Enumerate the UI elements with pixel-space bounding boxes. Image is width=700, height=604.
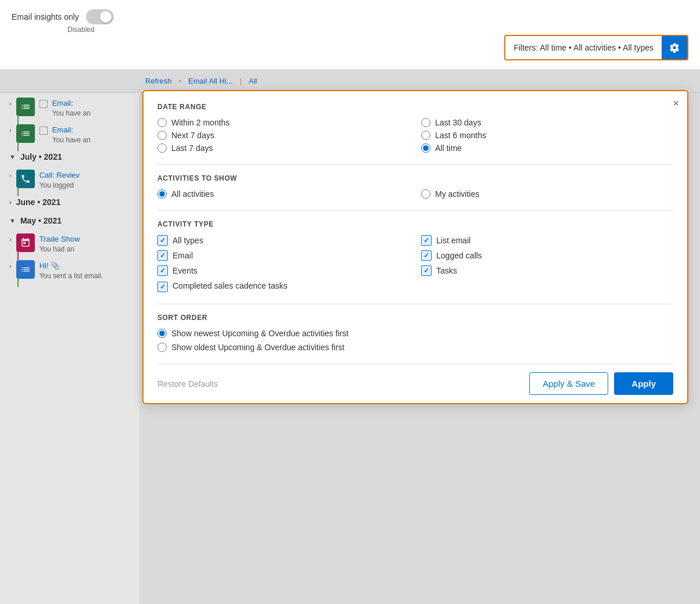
radio-next7days[interactable] (157, 131, 167, 140)
modal-footer: Restore Defaults Apply & Save Apply (157, 364, 673, 403)
radio-alltime[interactable] (421, 143, 430, 153)
checkbox-events[interactable] (157, 265, 168, 276)
sort-radio-col: Show newest Upcoming & Overdue activitie… (157, 329, 673, 352)
label-last6months: Last 6 months (435, 131, 486, 140)
radio-row-last30days: Last 30 days (421, 118, 673, 127)
filter-text: Filters: All time • All activities • All… (505, 38, 662, 57)
separator3 (157, 304, 673, 304)
date-range-title: DATE RANGE (157, 103, 673, 111)
radio-row-within2months: Within 2 months (157, 118, 410, 127)
email-insights-row: Email insights only (12, 9, 688, 24)
separator1 (157, 164, 673, 165)
apply-button[interactable]: Apply (614, 372, 673, 395)
filter-modal: × DATE RANGE Within 2 months Next 7 days… (142, 90, 688, 404)
radio-last30days[interactable] (421, 118, 430, 127)
apply-save-button[interactable]: Apply & Save (529, 372, 608, 395)
checkbox-alltypes[interactable] (157, 235, 168, 246)
filter-bar: Filters: All time • All activities • All… (504, 35, 688, 60)
label-events: Events (173, 266, 198, 275)
radio-oldest[interactable] (157, 343, 167, 352)
checkbox-row-loggedcalls: Logged calls (421, 250, 673, 261)
radio-last6months[interactable] (421, 131, 430, 140)
radio-last7days[interactable] (157, 143, 167, 153)
label-tasks: Tasks (436, 266, 457, 275)
checkbox-listemail[interactable] (421, 235, 432, 246)
label-allactivities: All activities (171, 189, 214, 199)
radio-within2months[interactable] (157, 118, 167, 127)
activities-title: ACTIVITIES TO SHOW (157, 174, 673, 182)
label-last7days: Last 7 days (171, 143, 213, 153)
checkbox-row-tasks: Tasks (421, 265, 673, 276)
label-listemail: List email (436, 236, 471, 245)
label-newest: Show newest Upcoming & Overdue activitie… (171, 329, 349, 338)
label-alltime: All time (435, 143, 462, 153)
radio-row-next7days: Next 7 days (157, 131, 410, 140)
activity-type-section: ACTIVITY TYPE All types Email Events (157, 220, 673, 292)
checkbox-row-alltypes: All types (157, 235, 410, 246)
label-loggedcalls: Logged calls (436, 251, 482, 260)
email-insights-toggle[interactable] (86, 9, 114, 24)
label-next7days: Next 7 days (171, 131, 214, 140)
activity-type-left: All types Email Events Completed sales c… (157, 235, 410, 292)
filter-gear-button[interactable] (662, 36, 687, 59)
activities-section: ACTIVITIES TO SHOW All activities My act… (157, 174, 673, 199)
label-completed: Completed sales cadence tasks (173, 281, 288, 291)
modal-close-button[interactable]: × (673, 98, 679, 109)
label-last30days: Last 30 days (435, 118, 481, 127)
checkbox-loggedcalls[interactable] (421, 250, 432, 261)
activity-type-title: ACTIVITY TYPE (157, 220, 673, 228)
label-myactivities: My activities (435, 189, 479, 199)
checkbox-completed[interactable] (157, 282, 168, 292)
date-range-left: Within 2 months Next 7 days Last 7 days (157, 118, 410, 153)
radio-row-allactivities: All activities (157, 189, 410, 199)
radio-row-last6months: Last 6 months (421, 131, 673, 140)
gear-icon (669, 42, 680, 53)
radio-row-oldest: Show oldest Upcoming & Overdue activitie… (157, 343, 673, 352)
checkbox-row-email: Email (157, 250, 410, 261)
label-alltypes: All types (173, 236, 203, 245)
radio-myactivities[interactable] (421, 189, 430, 199)
checkbox-tasks[interactable] (421, 265, 432, 276)
radio-row-alltime: All time (421, 143, 673, 153)
radio-newest[interactable] (157, 329, 167, 338)
label-oldest: Show oldest Upcoming & Overdue activitie… (171, 343, 344, 352)
separator2 (157, 210, 673, 211)
toggle-disabled-label: Disabled (67, 26, 95, 34)
checkbox-row-events: Events (157, 265, 410, 276)
checkbox-email[interactable] (157, 250, 168, 261)
checkbox-row-completed: Completed sales cadence tasks (157, 281, 410, 292)
radio-row-myactivities: My activities (421, 189, 673, 199)
radio-row-newest: Show newest Upcoming & Overdue activitie… (157, 329, 673, 338)
sort-order-title: SORT ORDER (157, 314, 673, 322)
date-range-grid: Within 2 months Next 7 days Last 7 days … (157, 118, 673, 153)
date-range-right: Last 30 days Last 6 months All time (421, 118, 673, 153)
restore-defaults-button[interactable]: Restore Defaults (157, 379, 218, 389)
sort-order-section: SORT ORDER Show newest Upcoming & Overdu… (157, 314, 673, 352)
activities-grid: All activities My activities (157, 189, 673, 199)
label-within2months: Within 2 months (171, 118, 229, 127)
checkbox-row-listemail: List email (421, 235, 673, 246)
label-email: Email (173, 251, 193, 260)
email-insights-label: Email insights only (12, 12, 79, 21)
footer-right: Apply & Save Apply (529, 372, 673, 395)
radio-row-last7days: Last 7 days (157, 143, 410, 153)
date-range-section: DATE RANGE Within 2 months Next 7 days L… (157, 103, 673, 153)
top-bar: Email insights only Disabled Filters: Al… (0, 0, 700, 70)
radio-allactivities[interactable] (157, 189, 167, 199)
activity-type-right: List email Logged calls Tasks (421, 235, 673, 292)
activity-type-grid: All types Email Events Completed sales c… (157, 235, 673, 292)
